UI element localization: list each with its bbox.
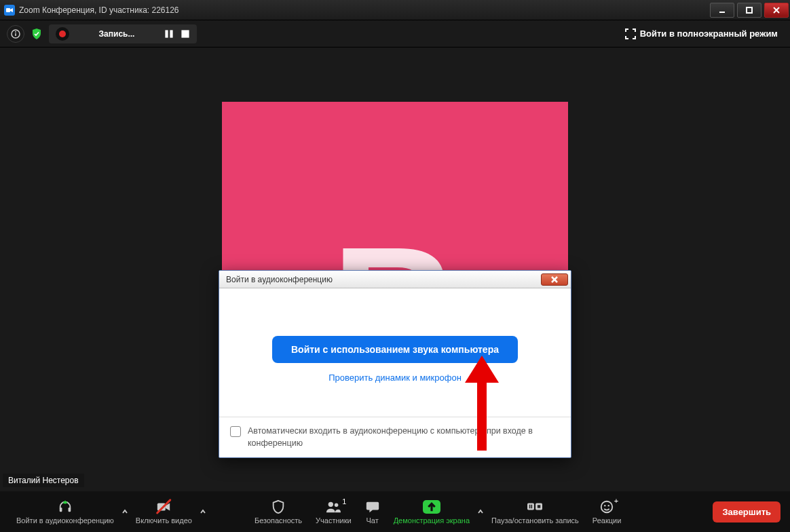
fullscreen-label: Войти в полноэкранный режим <box>640 28 778 39</box>
chat-button[interactable]: Чат <box>358 491 387 532</box>
svg-point-17 <box>328 501 333 506</box>
pause-stop-icon <box>527 499 542 514</box>
meeting-controls: Войти в аудиоконференцию Включить видео … <box>0 491 790 532</box>
svg-rect-7 <box>15 33 16 36</box>
dialog-titlebar: Войти в аудиоконференцию <box>219 271 571 288</box>
record-button[interactable]: Пауза/остановить запись <box>485 491 586 532</box>
svg-point-18 <box>335 503 339 507</box>
end-meeting-button[interactable]: Завершить <box>713 501 780 522</box>
svg-rect-15 <box>69 507 71 511</box>
start-video-button[interactable]: Включить видео <box>129 491 199 532</box>
svg-rect-9 <box>170 30 172 37</box>
svg-rect-10 <box>181 30 189 37</box>
participants-count: 1 <box>342 497 346 506</box>
svg-rect-2 <box>747 7 752 13</box>
svg-rect-21 <box>531 504 533 508</box>
window-title: Zoom Конференция, ID участника: 226126 <box>19 5 179 15</box>
plus-badge-icon: + <box>614 497 618 505</box>
video-menu-caret-icon[interactable] <box>199 508 207 516</box>
audio-join-dialog: Войти в аудиоконференцию Войти с использ… <box>219 270 571 458</box>
svg-rect-0 <box>6 8 10 12</box>
maximize-button[interactable] <box>737 3 761 18</box>
security-button[interactable]: Безопасность <box>248 491 309 532</box>
dialog-footer: Автоматически входить в аудиоконференцию… <box>219 417 571 457</box>
test-audio-link[interactable]: Проверить динамик и микрофон <box>246 373 544 383</box>
reactions-button[interactable]: + Реакции <box>586 491 628 532</box>
close-button[interactable] <box>764 3 789 18</box>
dialog-body: Войти с использованием звука компьютера … <box>219 288 571 417</box>
dialog-close-button[interactable] <box>541 273 568 286</box>
pause-recording-icon[interactable] <box>164 29 174 39</box>
svg-point-26 <box>608 504 609 506</box>
fullscreen-button[interactable]: Войти в полноэкранный режим <box>620 26 783 42</box>
encryption-shield-icon[interactable] <box>30 27 43 41</box>
svg-point-25 <box>604 504 605 506</box>
zoom-app-icon <box>4 5 15 16</box>
svg-rect-20 <box>529 504 531 508</box>
fullscreen-icon <box>625 28 636 39</box>
svg-rect-14 <box>60 507 62 511</box>
participants-label: Участники <box>316 516 352 525</box>
participants-icon: 1 <box>326 499 341 514</box>
participants-button[interactable]: 1 Участники <box>309 491 358 532</box>
join-computer-audio-button[interactable]: Войти с использованием звука компьютера <box>272 336 518 363</box>
share-screen-button[interactable]: Демонстрация экрана <box>387 491 476 532</box>
dialog-title: Войти в аудиоконференцию <box>226 275 333 284</box>
svg-rect-8 <box>165 30 168 37</box>
video-area: В Войти в аудиоконференцию Войти с испол… <box>0 48 790 491</box>
share-screen-icon <box>423 499 440 514</box>
reactions-icon: + <box>599 499 614 514</box>
auto-join-label: Автоматически входить в аудиоконференцию… <box>248 425 560 449</box>
audio-menu-caret-icon[interactable] <box>121 508 129 516</box>
svg-point-6 <box>15 31 16 33</box>
auto-join-checkbox[interactable] <box>230 426 241 437</box>
shield-icon <box>271 499 286 514</box>
zoom-window: Zoom Конференция, ID участника: 226126 З… <box>0 0 790 532</box>
recording-bar: Запись... <box>49 24 197 43</box>
top-toolbar: Запись... Войти в полноэкранный режим <box>0 20 790 48</box>
svg-rect-23 <box>538 505 540 508</box>
titlebar: Zoom Конференция, ID участника: 226126 <box>0 0 790 20</box>
minimize-button[interactable] <box>710 3 734 18</box>
share-screen-label: Демонстрация экрана <box>394 516 470 525</box>
info-icon[interactable] <box>7 25 24 43</box>
svg-rect-19 <box>527 503 534 510</box>
chat-label: Чат <box>366 516 379 525</box>
reactions-label: Реакции <box>592 516 622 525</box>
record-indicator-icon <box>56 27 69 41</box>
join-audio-button[interactable]: Войти в аудиоконференцию <box>10 491 121 532</box>
stop-recording-icon[interactable] <box>181 29 190 39</box>
svg-point-24 <box>601 501 613 512</box>
join-audio-label: Войти в аудиоконференцию <box>16 516 114 525</box>
chat-icon <box>365 499 380 514</box>
start-video-label: Включить видео <box>136 516 192 525</box>
recording-label: Запись... <box>76 29 157 39</box>
video-off-icon <box>156 499 171 514</box>
participant-name-tag: Виталий Нестеров <box>3 474 84 487</box>
headphones-icon <box>58 499 73 514</box>
share-menu-caret-icon[interactable] <box>476 508 485 516</box>
security-label: Безопасность <box>255 516 302 525</box>
record-label: Пауза/остановить запись <box>491 516 579 525</box>
